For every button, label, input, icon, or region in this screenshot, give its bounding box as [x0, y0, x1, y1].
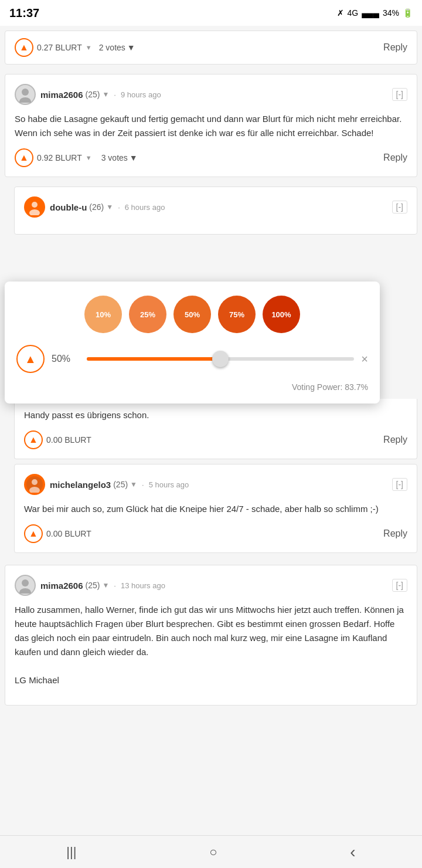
vote-75-label: 75%	[229, 310, 244, 319]
comment-time-2: ·	[118, 203, 120, 212]
nav-home-icon[interactable]: ○	[209, 845, 217, 860]
svg-point-1	[19, 97, 31, 103]
vote-100-label: 100%	[271, 310, 291, 319]
voting-overlay: 10% 25% 50% 75% 100% ▲ 50%	[5, 282, 380, 404]
comment-card-mima2606-1: mima2606 (25) ▼ · 9 hours ago [-] So hab…	[5, 74, 417, 177]
comment-header-left-4: mima2606 (25) ▼ · 13 hours ago	[15, 575, 165, 596]
author-name-4[interactable]: mima2606	[40, 581, 83, 591]
reply-btn-1[interactable]: Reply	[383, 152, 407, 163]
vote-percentages: 10% 25% 50% 75% 100%	[16, 296, 368, 333]
vote-25-button[interactable]: 25%	[129, 296, 166, 333]
top-payout: 0.27 BLURT	[37, 43, 82, 52]
top-votes-button[interactable]: 2 votes ▼	[99, 43, 135, 52]
top-payout-arrow: ▼	[86, 44, 92, 51]
status-bar: 11:37 ✗ 4G ▄▄▄ 34% 🔋	[0, 0, 422, 26]
author-info-4: mima2606 (25) ▼ · 13 hours ago	[40, 581, 165, 591]
avatar-michelangelo3	[24, 474, 45, 495]
comment-header-3: michelangelo3 (25) ▼ · 5 hours ago [-]	[24, 474, 407, 495]
upvote-button-2[interactable]: ▲	[24, 430, 43, 449]
top-votes-count: 2 votes	[99, 43, 125, 52]
vote-100-button[interactable]: 100%	[263, 296, 300, 333]
avatar-mima2606-1	[15, 84, 36, 105]
comment-header-1: mima2606 (25) ▼ · 9 hours ago [-]	[15, 84, 407, 105]
author-name-2[interactable]: double-u	[50, 202, 87, 212]
vote-up-circle[interactable]: ▲	[16, 345, 45, 373]
top-reply-button[interactable]: Reply	[383, 42, 407, 53]
author-name-3[interactable]: michelangelo3	[50, 480, 111, 490]
collapse-btn-4[interactable]: [-]	[392, 579, 407, 592]
votes-btn-1[interactable]: 3 votes ▼	[101, 153, 138, 162]
signal-icon: 4G	[348, 8, 359, 18]
comment-card-double-u-footer: Handy passt es übrigens schon. ▲ 0.00 BL…	[14, 399, 417, 459]
author-dropdown-arrow-1[interactable]: ▼	[102, 90, 109, 99]
comment-time-1: ·	[114, 90, 116, 99]
svg-point-0	[22, 89, 29, 96]
author-info-1: mima2606 (25) ▼ · 9 hours ago	[40, 90, 161, 100]
avatar-double-u	[24, 196, 45, 218]
svg-point-6	[32, 479, 38, 485]
comment-timeago-3: 5 hours ago	[149, 480, 189, 489]
top-comment-footer: ▲ 0.27 BLURT ▼ 2 votes ▼ Reply	[15, 38, 407, 57]
content-area: ▲ 0.27 BLURT ▼ 2 votes ▼ Reply	[0, 30, 422, 706]
vote-50-button[interactable]: 50%	[173, 296, 211, 333]
payout-arrow-1: ▼	[86, 154, 92, 161]
comment-header-left-3: michelangelo3 (25) ▼ · 5 hours ago	[24, 474, 189, 495]
svg-point-9	[19, 588, 31, 594]
voting-power-text: Voting Power: 83.7%	[16, 382, 368, 392]
reply-btn-3[interactable]: Reply	[383, 528, 407, 539]
vote-section-1: ▲ 0.92 BLURT ▼	[15, 148, 92, 167]
vote-section-2: ▲ 0.00 BLURT	[24, 430, 91, 449]
status-time: 11:37	[9, 6, 39, 20]
comment-card-michelangelo3: michelangelo3 (25) ▼ · 5 hours ago [-] W…	[14, 464, 417, 553]
comment-body-1: So habe die Lasagne gekauft und fertig g…	[15, 112, 407, 140]
payout-1: 0.92 BLURT	[37, 153, 82, 162]
nav-back-icon[interactable]: ‹	[350, 843, 355, 862]
battery-indicator: 🔋	[403, 8, 413, 18]
top-vote-section: ▲ 0.27 BLURT ▼	[15, 38, 92, 57]
avatar-mima2606-2	[15, 575, 36, 596]
bluetooth-icon: ✗	[337, 8, 344, 18]
author-name-1[interactable]: mima2606	[40, 90, 83, 100]
vote-10-button[interactable]: 10%	[84, 296, 122, 333]
comment-card-mima2606-2: mima2606 (25) ▼ · 13 hours ago [-] Hallo…	[5, 565, 417, 706]
slider-thumb[interactable]	[212, 351, 229, 367]
author-rep-3: (25)	[113, 480, 128, 489]
nav-menu-icon[interactable]: |||	[66, 845, 76, 860]
author-info-3: michelangelo3 (25) ▼ · 5 hours ago	[50, 480, 189, 490]
collapse-btn-3[interactable]: [-]	[392, 478, 407, 491]
collapse-btn-1[interactable]: [-]	[392, 88, 407, 101]
vote-75-button[interactable]: 75%	[218, 296, 256, 333]
author-dropdown-arrow-3[interactable]: ▼	[130, 480, 137, 489]
status-icons: ✗ 4G ▄▄▄ 34% 🔋	[337, 8, 413, 18]
reply-btn-2[interactable]: Reply	[383, 435, 407, 445]
author-rep-2: (26)	[89, 202, 104, 212]
comment-header-left-2: double-u (26) ▼ · 6 hours ago	[24, 196, 165, 218]
svg-point-3	[32, 202, 38, 208]
upvote-icon-1: ▲	[19, 152, 29, 163]
author-rep-1: (25)	[86, 90, 100, 99]
upvote-button-3[interactable]: ▲	[24, 524, 43, 543]
vote-50-label: 50%	[185, 310, 200, 319]
author-dropdown-arrow-2[interactable]: ▼	[106, 203, 113, 211]
author-dropdown-arrow-4[interactable]: ▼	[102, 581, 109, 589]
comment-timeago-4: 13 hours ago	[121, 581, 165, 590]
upvote-icon: ▲	[19, 42, 29, 53]
slider-container	[87, 352, 354, 366]
comment-footer-3: ▲ 0.00 BLURT Reply	[24, 524, 407, 543]
upvote-button-1[interactable]: ▲	[15, 148, 33, 167]
close-voting-button[interactable]: ×	[361, 352, 368, 366]
comment-time-4: ·	[114, 581, 116, 590]
top-comment-card: ▲ 0.27 BLURT ▼ 2 votes ▼ Reply	[5, 30, 417, 65]
avatar-icon-2	[26, 199, 43, 215]
vote-25-label: 25%	[140, 310, 155, 319]
avatar-icon-3	[26, 476, 43, 493]
avatar-icon-1	[17, 86, 33, 103]
battery-icon: 34%	[383, 8, 399, 18]
vote-section-3: ▲ 0.00 BLURT	[24, 524, 91, 543]
comment-time-3: ·	[142, 480, 144, 489]
top-upvote-button[interactable]: ▲	[15, 38, 33, 57]
votes-count-1: 3 votes	[101, 153, 128, 162]
author-rep-4: (25)	[86, 581, 100, 590]
payout-2: 0.00 BLURT	[46, 435, 91, 445]
collapse-btn-2[interactable]: [-]	[392, 201, 407, 213]
